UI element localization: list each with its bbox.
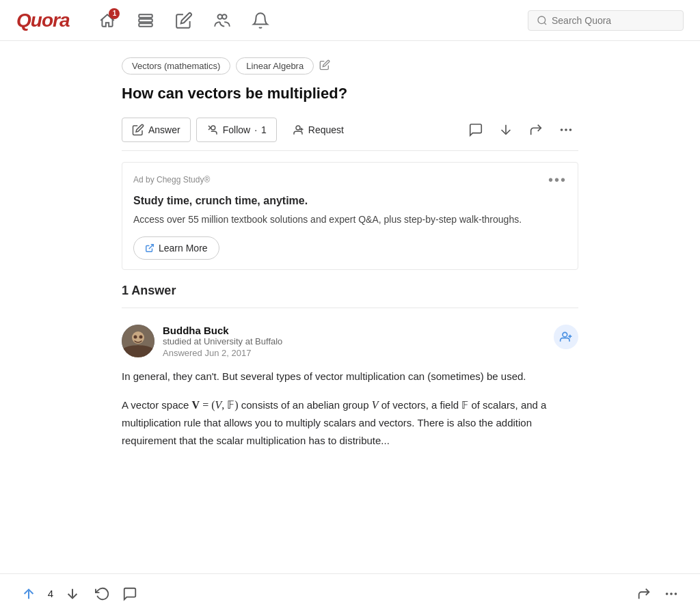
svg-line-14 bbox=[149, 244, 153, 248]
request-button[interactable]: Request bbox=[282, 118, 353, 141]
follow-label: Follow bbox=[223, 124, 250, 135]
share-icon bbox=[528, 122, 543, 137]
edit-tags-icon[interactable] bbox=[319, 59, 330, 72]
svg-point-19 bbox=[139, 335, 143, 338]
header-nav: 1 bbox=[91, 5, 528, 36]
author-avatar[interactable] bbox=[122, 325, 154, 357]
author-info: Buddha Buck studied at University at Buf… bbox=[163, 325, 282, 358]
follow-separator: · bbox=[254, 124, 257, 135]
search-icon bbox=[537, 15, 548, 26]
main-content: Vectors (mathematics) Linear Algebra How… bbox=[111, 41, 589, 515]
svg-point-11 bbox=[561, 128, 563, 131]
svg-point-4 bbox=[222, 14, 227, 18]
home-badge: 1 bbox=[109, 8, 120, 19]
svg-rect-1 bbox=[139, 18, 153, 21]
topic-tag-algebra[interactable]: Linear Algebra bbox=[236, 57, 314, 74]
learn-more-button[interactable]: Learn More bbox=[133, 236, 219, 260]
follow-icon bbox=[206, 124, 219, 136]
answer-para-1: In general, they can't. But several type… bbox=[122, 368, 578, 385]
ad-section: Ad by Chegg Study® ••• Study time, crunc… bbox=[122, 162, 578, 270]
answer-header: Buddha Buck studied at University at Buf… bbox=[122, 325, 578, 358]
add-person-icon bbox=[559, 330, 573, 344]
action-right-icons bbox=[463, 118, 578, 142]
svg-line-6 bbox=[544, 23, 546, 25]
nav-edit[interactable] bbox=[167, 5, 200, 36]
learn-more-label: Learn More bbox=[159, 243, 208, 254]
answer-date: Answered Jun 2, 2017 bbox=[163, 348, 282, 358]
math-v: V bbox=[372, 399, 379, 411]
topic-tags: Vectors (mathematics) Linear Algebra bbox=[122, 57, 578, 74]
svg-point-7 bbox=[211, 126, 215, 130]
answer-author: Buddha Buck studied at University at Buf… bbox=[122, 325, 282, 358]
svg-point-3 bbox=[218, 14, 223, 18]
svg-point-5 bbox=[538, 16, 546, 24]
ad-label: Ad by Chegg Study® bbox=[133, 175, 210, 185]
share-icon-btn[interactable] bbox=[524, 118, 548, 142]
follow-button[interactable]: Follow · 1 bbox=[196, 118, 277, 142]
request-label: Request bbox=[308, 124, 344, 135]
follow-count: 1 bbox=[261, 124, 267, 135]
svg-point-13 bbox=[569, 128, 572, 131]
comment-icon-btn[interactable] bbox=[463, 118, 488, 142]
svg-point-21 bbox=[563, 332, 567, 337]
external-link-icon bbox=[145, 243, 154, 253]
quora-logo[interactable]: Quora bbox=[16, 10, 69, 31]
ad-title: Study time, crunch time, anytime. bbox=[133, 195, 567, 207]
comment-icon bbox=[468, 122, 483, 137]
nav-list[interactable] bbox=[129, 5, 162, 36]
svg-rect-2 bbox=[139, 23, 153, 26]
author-name[interactable]: Buddha Buck bbox=[163, 325, 282, 336]
pencil-icon bbox=[132, 124, 144, 136]
downvote-icon bbox=[498, 122, 513, 137]
downvote-icon-btn[interactable] bbox=[494, 118, 518, 142]
ad-description: Access over 55 million textbook solution… bbox=[133, 213, 567, 227]
answer-body: In general, they can't. But several type… bbox=[122, 368, 578, 450]
ad-header: Ad by Chegg Study® ••• bbox=[133, 172, 567, 188]
nav-bell[interactable] bbox=[244, 5, 277, 36]
answer-section: Buddha Buck studied at University at Buf… bbox=[122, 319, 578, 450]
follow-author-button[interactable] bbox=[554, 325, 578, 349]
nav-community[interactable] bbox=[206, 5, 239, 36]
answer-label: Answer bbox=[148, 124, 180, 135]
more-icon bbox=[558, 122, 574, 137]
more-icon-btn[interactable] bbox=[554, 118, 578, 142]
answer-para-2: A vector space V = (V, 𝔽) consists of an… bbox=[122, 396, 578, 449]
svg-rect-0 bbox=[139, 14, 153, 17]
author-cred: studied at University at Buffalo bbox=[163, 336, 282, 346]
avatar-image bbox=[122, 325, 154, 357]
math-vector-space: V = (V, 𝔽) bbox=[192, 399, 239, 411]
answer-button[interactable]: Answer bbox=[122, 118, 191, 142]
nav-home[interactable]: 1 bbox=[91, 5, 124, 36]
svg-point-12 bbox=[565, 128, 567, 131]
answer-count: 1 Answer bbox=[122, 284, 578, 308]
request-icon bbox=[292, 124, 304, 136]
svg-rect-20 bbox=[122, 345, 154, 357]
question-action-bar: Answer Follow · 1 Request bbox=[122, 115, 578, 151]
ad-more-button[interactable]: ••• bbox=[548, 172, 567, 188]
question-title: How can vectors be multiplied? bbox=[122, 84, 578, 104]
avatar-svg bbox=[122, 325, 154, 357]
header: Quora 1 bbox=[0, 0, 700, 41]
search-bar[interactable] bbox=[528, 10, 684, 31]
svg-point-8 bbox=[296, 126, 300, 130]
topic-tag-vectors[interactable]: Vectors (mathematics) bbox=[122, 57, 230, 74]
svg-point-18 bbox=[134, 335, 137, 338]
search-input[interactable] bbox=[552, 15, 675, 26]
